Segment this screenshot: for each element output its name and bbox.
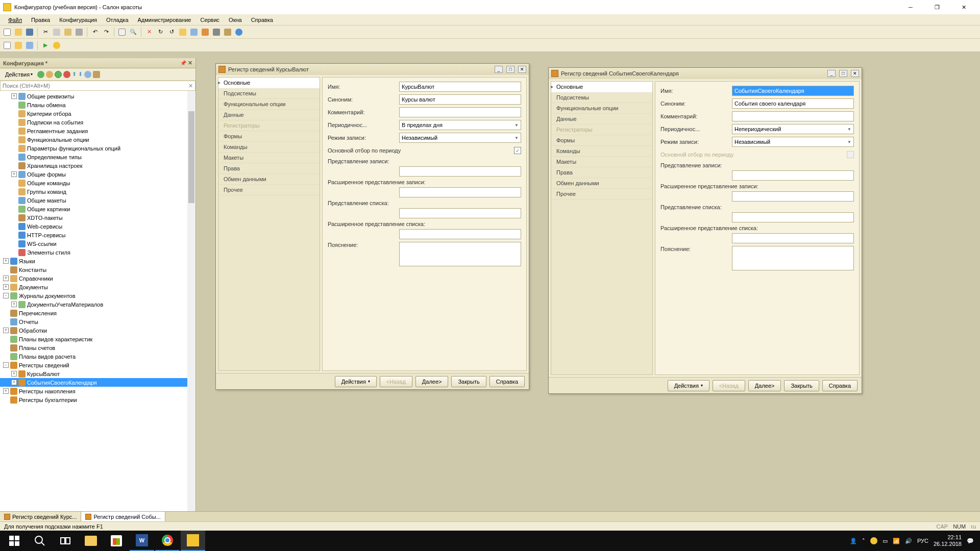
back-button[interactable]: <Назад xyxy=(713,380,745,391)
undo-icon[interactable]: ↶ xyxy=(90,27,100,37)
save-icon[interactable] xyxy=(24,27,35,37)
nav-main[interactable]: Основные xyxy=(551,82,652,92)
refresh-icon[interactable]: ↻ xyxy=(155,27,165,37)
next-button[interactable]: Далее> xyxy=(415,376,449,387)
tree-item[interactable]: +Документы xyxy=(0,283,195,291)
iwin1-close[interactable]: ✕ xyxy=(518,66,526,73)
cut-icon[interactable]: ✂ xyxy=(40,27,51,37)
tree-item[interactable]: +Общие реквизиты xyxy=(0,92,195,101)
config-tree[interactable]: +Общие реквизитыПланы обменаКритерии отб… xyxy=(0,91,195,533)
tree-item[interactable]: +СобытияСвоегоКалендаря xyxy=(0,378,195,387)
synonym-input[interactable] xyxy=(732,98,854,109)
menu-configuration[interactable]: Конфигурация xyxy=(55,16,101,24)
new-icon[interactable] xyxy=(2,27,12,37)
copy-icon[interactable] xyxy=(52,27,62,37)
nav-forms[interactable]: Формы xyxy=(218,131,320,142)
menu-windows[interactable]: Окна xyxy=(225,16,246,24)
add-icon[interactable] xyxy=(37,71,44,78)
wifi-icon[interactable]: 📶 xyxy=(893,538,900,544)
listrepr-input[interactable] xyxy=(732,212,854,222)
mainfilter-checkbox[interactable]: ✓ xyxy=(514,147,521,154)
tree-item[interactable]: Общие команды xyxy=(0,179,195,187)
nav-rights[interactable]: Права xyxy=(218,163,320,174)
expand-icon[interactable]: + xyxy=(3,284,9,290)
tree-item[interactable]: Регламентные задания xyxy=(0,127,195,135)
tree-item[interactable]: Группы команд xyxy=(0,187,195,196)
maximize-button[interactable]: ❐ xyxy=(928,2,946,12)
nav-data[interactable]: Данные xyxy=(551,114,652,124)
iwin2-maximize[interactable]: □ xyxy=(839,70,847,77)
extlistrepr-input[interactable] xyxy=(732,233,854,243)
tree-item[interactable]: Параметры функциональных опций xyxy=(0,144,195,153)
nav-commands[interactable]: Команды xyxy=(218,142,320,153)
iwin2-minimize[interactable]: _ xyxy=(827,70,836,77)
keyboard-lang[interactable]: РУС xyxy=(917,538,928,544)
word-icon[interactable]: W xyxy=(130,531,154,551)
module-icon[interactable] xyxy=(189,27,199,37)
taskview-icon[interactable] xyxy=(53,531,78,551)
actions-button[interactable]: Действия▾ xyxy=(335,376,377,387)
close-button[interactable]: ✕ xyxy=(954,2,973,12)
tree-item[interactable]: -Регистры сведений xyxy=(0,361,195,369)
sidebar-search[interactable]: ✕ xyxy=(0,81,195,91)
tree-item[interactable]: Хранилища настроек xyxy=(0,161,195,170)
new-window-icon[interactable] xyxy=(178,27,188,37)
back-button[interactable]: <Назад xyxy=(380,376,412,387)
iwin2-close[interactable]: ✕ xyxy=(851,70,859,77)
expand-icon[interactable]: + xyxy=(11,302,17,307)
notifications-icon[interactable]: 💬 xyxy=(967,538,974,544)
actions-button[interactable]: Действия▾ xyxy=(668,380,709,391)
tree-item[interactable]: Планы видов характеристик xyxy=(0,335,195,343)
tray-app-icon[interactable] xyxy=(870,537,877,544)
nav-registrators[interactable]: Регистраторы xyxy=(551,124,652,135)
start-button[interactable] xyxy=(2,531,27,551)
expand-icon[interactable]: + xyxy=(11,371,17,377)
debug-icon[interactable] xyxy=(211,27,222,37)
nav-exchange[interactable]: Обмен данными xyxy=(551,178,652,189)
tree-item[interactable]: -Журналы документов xyxy=(0,291,195,300)
tree-item[interactable]: Планы счетов xyxy=(0,343,195,352)
open-icon[interactable] xyxy=(13,27,23,37)
nav-commands[interactable]: Команды xyxy=(551,146,652,157)
tray-expand-icon[interactable]: ˄ xyxy=(862,538,865,544)
comment-input[interactable] xyxy=(732,111,854,121)
menu-edit[interactable]: Правка xyxy=(27,16,54,24)
tree-item[interactable]: +Общие формы xyxy=(0,170,195,179)
expand-icon[interactable]: + xyxy=(3,258,9,264)
delete-icon[interactable] xyxy=(63,71,70,78)
footer-tab-1[interactable]: Регистр сведений Курс... xyxy=(0,512,81,521)
close-dialog-button[interactable]: Закрыть xyxy=(784,380,819,391)
tree-item[interactable]: +КурсыВалют xyxy=(0,369,195,378)
nav-templates[interactable]: Макеты xyxy=(218,153,320,163)
volume-icon[interactable]: 🔊 xyxy=(905,538,912,544)
search-icon[interactable]: 🔍 xyxy=(128,27,138,37)
tree-item[interactable]: Планы видов расчета xyxy=(0,352,195,361)
iwin2-titlebar[interactable]: Регистр сведений СобытияСвоегоКалендаря … xyxy=(549,68,862,79)
tree-item[interactable]: Общие картинки xyxy=(0,205,195,213)
close-dialog-button[interactable]: Закрыть xyxy=(451,376,486,387)
help-button[interactable]: Справка xyxy=(489,376,525,387)
expand-icon[interactable]: + xyxy=(3,328,9,333)
people-icon[interactable]: 👤 xyxy=(850,538,857,544)
down-icon[interactable]: ⬇ xyxy=(78,71,83,78)
tree-item[interactable]: Критерии отбора xyxy=(0,109,195,118)
tree-item[interactable]: Отчеты xyxy=(0,317,195,326)
recordrepr-input[interactable] xyxy=(399,166,521,177)
list-icon[interactable] xyxy=(24,40,35,51)
nav-subsystems[interactable]: Подсистемы xyxy=(218,88,320,99)
tree-item[interactable]: Web-сервисы xyxy=(0,222,195,231)
refresh2-icon[interactable]: ↺ xyxy=(166,27,177,37)
tree-item[interactable]: +Справочники xyxy=(0,274,195,283)
expand-icon[interactable]: + xyxy=(11,171,17,177)
iwin1-minimize[interactable]: _ xyxy=(495,66,503,73)
nav-other[interactable]: Прочее xyxy=(218,185,320,195)
extrecordrepr-input[interactable] xyxy=(732,191,854,202)
tree-item[interactable]: Константы xyxy=(0,265,195,274)
chrome-icon[interactable] xyxy=(155,531,180,551)
nav-funcopts[interactable]: Функциональные опции xyxy=(551,103,652,114)
taskbar-clock[interactable]: 22:11 26.12.2018 xyxy=(934,534,962,547)
tree-scrollbar[interactable] xyxy=(187,91,195,533)
nav-forms[interactable]: Формы xyxy=(551,135,652,146)
add-sub-icon[interactable] xyxy=(46,71,53,78)
tree-item[interactable]: +Обработки xyxy=(0,326,195,335)
